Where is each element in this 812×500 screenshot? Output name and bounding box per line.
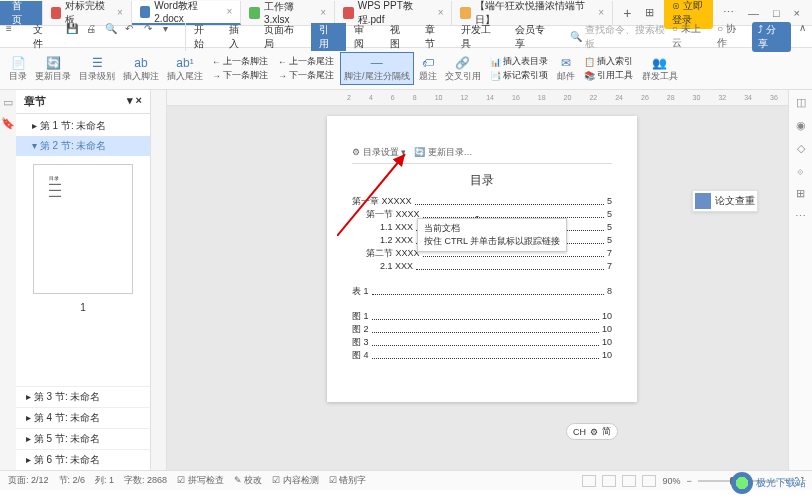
expand-icon[interactable]: ∧ bbox=[799, 22, 806, 52]
nav-outline-icon[interactable]: ▭ bbox=[3, 96, 13, 109]
thumbnail-page-num: 1 bbox=[16, 302, 150, 313]
nav-bookmark-icon[interactable]: 🔖 bbox=[1, 117, 15, 130]
section-item[interactable]: ▸ 第 1 节: 未命名 bbox=[16, 116, 150, 136]
toc-entry[interactable]: 第一章 XXXXX5 bbox=[352, 195, 612, 208]
ribbon-crossref[interactable]: 🔗交叉引用 bbox=[442, 53, 484, 84]
ribbon-endnote-nav[interactable]: ← 上一条尾注 → 下一条尾注 bbox=[274, 53, 338, 84]
menu-layout[interactable]: 页面布局 bbox=[256, 23, 311, 51]
status-content[interactable]: ☑ 内容检测 bbox=[272, 474, 319, 487]
status-spellcheck[interactable]: ☑ 拼写检查 bbox=[177, 474, 224, 487]
section-item[interactable]: ▸ 第 6 节: 未命名 bbox=[16, 449, 150, 470]
panel-clip-icon[interactable]: ⊞ bbox=[796, 187, 805, 200]
ribbon-caption[interactable]: 🏷题注 bbox=[416, 53, 440, 84]
dropdown-icon[interactable]: ▾ bbox=[163, 23, 176, 37]
menu-references[interactable]: 引用 bbox=[311, 23, 346, 51]
panel-link-icon[interactable]: ⟐ bbox=[797, 165, 804, 177]
menu-toggle-icon[interactable]: ≡ bbox=[6, 23, 19, 37]
tab-ppt[interactable]: 【端午狂欢悦播浓情端节日】× bbox=[452, 1, 613, 25]
page-thumbnail[interactable]: 目录━━━━━━━━━━━━ bbox=[33, 164, 133, 294]
preview-icon[interactable]: 🔍 bbox=[105, 23, 118, 37]
panel-style-icon[interactable]: ◉ bbox=[796, 119, 806, 132]
ribbon-table-index[interactable]: 📊 插入表目录 📑 标记索引项 bbox=[486, 53, 552, 84]
doc-icon bbox=[51, 7, 61, 19]
editor-canvas[interactable]: 24681012141618202224262830323436384042 ⚙… bbox=[167, 90, 788, 470]
ribbon-footnote-nav[interactable]: ← 上一条脚注 → 下一条脚注 bbox=[208, 53, 272, 84]
redo-icon[interactable]: ↷ bbox=[144, 23, 157, 37]
view-mode-icon[interactable] bbox=[602, 475, 616, 487]
close-icon[interactable]: × bbox=[598, 7, 604, 18]
tab-xlsx[interactable]: 工作簿3.xlsx× bbox=[241, 1, 335, 25]
add-tab-button[interactable]: + bbox=[613, 5, 641, 21]
toc-entry[interactable]: 图 310 bbox=[352, 336, 612, 349]
tab-pdf[interactable]: WPS PPT教程.pdf× bbox=[335, 1, 452, 25]
menu-start[interactable]: 开始 bbox=[186, 23, 221, 51]
ribbon-mail[interactable]: ✉邮件 bbox=[554, 53, 578, 84]
status-typo[interactable]: ☑ 错别字 bbox=[329, 474, 367, 487]
undo-icon[interactable]: ↶ bbox=[125, 23, 138, 37]
sidebar-menu-icon[interactable]: ▾ × bbox=[127, 94, 142, 109]
status-column: 列: 1 bbox=[95, 474, 114, 487]
ribbon-index-ref[interactable]: 📋 插入索引 📚 引用工具 bbox=[580, 53, 637, 84]
ribbon-toc-level[interactable]: ☰目录级别 bbox=[76, 53, 118, 84]
menu-view[interactable]: 视图 bbox=[382, 23, 417, 51]
section-item[interactable]: ▸ 第 5 节: 未命名 bbox=[16, 428, 150, 449]
menu-member[interactable]: 会员专享 bbox=[507, 23, 562, 51]
nav-rail: ▭ 🔖 bbox=[0, 90, 16, 470]
document-page[interactable]: ⚙ 目录设置 ▾ 🔄 更新目录… 目录 第一章 XXXXX5第一节 XXXX51… bbox=[327, 116, 637, 402]
app-icon[interactable]: ⊞ bbox=[641, 6, 658, 19]
ribbon-update-toc[interactable]: 🔄更新目录 bbox=[32, 53, 74, 84]
plagiarism-check-button[interactable]: 论文查重 bbox=[692, 190, 758, 212]
view-mode-icon[interactable] bbox=[622, 475, 636, 487]
save-icon[interactable]: 💾 bbox=[66, 23, 79, 37]
toc-entry[interactable]: 图 210 bbox=[352, 323, 612, 336]
toc-entry[interactable]: 图 110 bbox=[352, 310, 612, 323]
toc-entry[interactable]: 2.1 XXX7 bbox=[352, 260, 612, 273]
menu-insert[interactable]: 插入 bbox=[221, 23, 256, 51]
ribbon-group-tools[interactable]: 👥群发工具 bbox=[639, 53, 681, 84]
status-section[interactable]: 节: 2/6 bbox=[59, 474, 86, 487]
ime-badge[interactable]: CH⚙简 bbox=[566, 423, 618, 440]
toc-settings-button[interactable]: ⚙ 目录设置 ▾ bbox=[352, 146, 406, 159]
zoom-level[interactable]: 90% bbox=[662, 476, 680, 486]
tab-word-doc[interactable]: Word教程2.docx× bbox=[132, 1, 242, 25]
status-revise[interactable]: ✎ 校改 bbox=[234, 474, 263, 487]
collaborate-button[interactable]: ○ 协作 bbox=[717, 22, 745, 52]
command-search[interactable]: 🔍 查找命令、搜索模板 bbox=[570, 23, 672, 51]
toc-entry[interactable]: 表 18 bbox=[352, 285, 612, 298]
zoom-out-button[interactable]: − bbox=[686, 476, 691, 486]
toc-entry[interactable]: 图 410 bbox=[352, 349, 612, 362]
panel-select-icon[interactable]: ◫ bbox=[796, 96, 806, 109]
section-item[interactable]: ▾ 第 2 节: 未命名 bbox=[16, 136, 150, 156]
close-icon[interactable]: × bbox=[320, 7, 326, 18]
close-button[interactable]: × bbox=[790, 7, 804, 19]
vertical-ruler bbox=[151, 90, 167, 470]
ribbon-separator[interactable]: —脚注/尾注分隔线 bbox=[340, 52, 414, 85]
maximize-button[interactable]: □ bbox=[769, 7, 784, 19]
close-icon[interactable]: × bbox=[117, 7, 123, 18]
ribbon-toc[interactable]: 📄目录 bbox=[6, 53, 30, 84]
view-mode-icon[interactable] bbox=[582, 475, 596, 487]
menu-dev[interactable]: 开发工具 bbox=[453, 23, 508, 51]
ribbon-insert-endnote[interactable]: ab¹插入尾注 bbox=[164, 53, 206, 84]
menu-review[interactable]: 审阅 bbox=[346, 23, 381, 51]
menu-icon[interactable]: ⋯ bbox=[719, 6, 738, 19]
menu-chapter[interactable]: 章节 bbox=[417, 23, 452, 51]
minimize-button[interactable]: — bbox=[744, 7, 763, 19]
view-mode-icon[interactable] bbox=[642, 475, 656, 487]
section-item[interactable]: ▸ 第 4 节: 未命名 bbox=[16, 407, 150, 428]
print-icon[interactable]: 🖨 bbox=[86, 23, 99, 37]
tab-template[interactable]: 对标完模板× bbox=[43, 1, 132, 25]
tab-home[interactable]: 首页 bbox=[0, 1, 43, 25]
status-wordcount[interactable]: 字数: 2868 bbox=[124, 474, 167, 487]
cloud-status[interactable]: ○ 未上云 bbox=[672, 22, 709, 52]
section-item[interactable]: ▸ 第 3 节: 未命名 bbox=[16, 386, 150, 407]
ribbon-insert-footnote[interactable]: ab插入脚注 bbox=[120, 53, 162, 84]
panel-more-icon[interactable]: ⋯ bbox=[795, 210, 806, 223]
share-button[interactable]: ⤴ 分享 bbox=[752, 22, 791, 52]
close-icon[interactable]: × bbox=[227, 6, 233, 17]
panel-shape-icon[interactable]: ◇ bbox=[797, 142, 805, 155]
update-toc-button[interactable]: 🔄 更新目录… bbox=[414, 146, 473, 159]
close-icon[interactable]: × bbox=[438, 7, 444, 18]
menu-file[interactable]: 文件 bbox=[25, 23, 60, 51]
status-page[interactable]: 页面: 2/12 bbox=[8, 474, 49, 487]
